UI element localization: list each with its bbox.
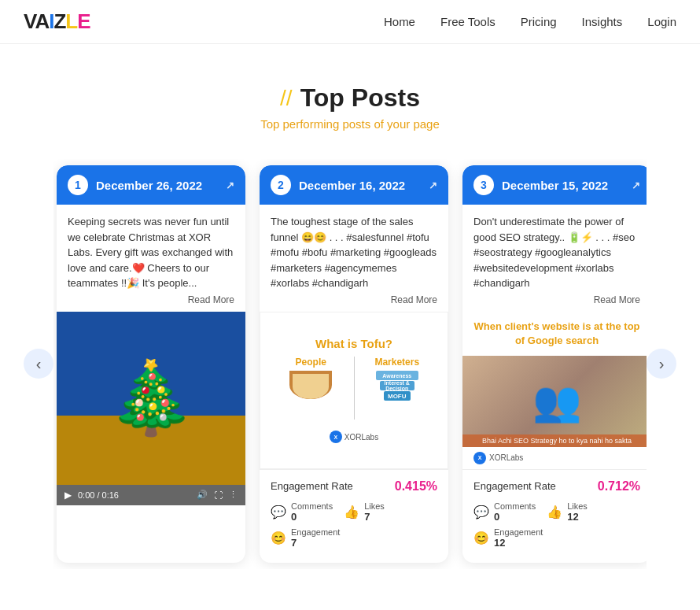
engagement-rate-label-3: Engagement Rate — [473, 480, 556, 492]
card-header-2: 2 December 16, 2022 ↗ — [260, 165, 448, 205]
nav-insights[interactable]: Insights — [582, 15, 623, 28]
engagement-rate-label-2: Engagement Rate — [271, 480, 353, 492]
read-more-1[interactable]: Read More — [57, 291, 245, 312]
xorlabs-text-2: XORLabs — [344, 433, 378, 442]
likes-stat-2: 👍 Likes 7 — [344, 501, 391, 523]
comments-stat-3: 💬 Comments 0 — [473, 501, 536, 523]
nav-free-tools[interactable]: Free Tools — [440, 15, 496, 28]
funnel-interest: Interest &Decision — [380, 381, 414, 390]
funnel-mofu: MOFU — [384, 391, 411, 401]
read-more-2[interactable]: Read More — [260, 291, 448, 312]
comments-stat-2: 💬 Comments 0 — [271, 501, 333, 523]
likes-info-2: Likes 7 — [364, 501, 385, 523]
volume-icon[interactable]: 🔊 — [197, 490, 208, 500]
play-icon[interactable]: ▶ — [64, 490, 72, 501]
comments-value-3: 0 — [494, 511, 536, 523]
tofu-funnel: Awareness Interest &Decision MOFU — [376, 371, 418, 401]
external-link-icon-2[interactable]: ↗ — [429, 179, 437, 191]
nav-links: Home Free Tools Pricing Insights Login — [384, 15, 676, 28]
section-subtitle: Top performing posts of your page — [24, 117, 676, 131]
section-header: // Top Posts Top performing posts of you… — [24, 83, 676, 131]
engagement-info-3: Engagement 12 — [494, 527, 543, 549]
engagement-value-3: 12 — [494, 537, 543, 549]
card-body-3: Don't underestimate the power of good SE… — [462, 205, 647, 291]
rank-badge-1: 1 — [68, 175, 88, 195]
stats-row-3a: 💬 Comments 0 👍 Likes 12 — [473, 501, 640, 523]
video-controls-1: ▶ 0:00 / 0:16 🔊 ⛶ ⋮ — [57, 485, 245, 505]
stats-row-2b: 😊 Engagement 7 — [271, 527, 437, 549]
comments-info-3: Comments 0 — [494, 501, 536, 523]
video-time: 0:00 / 0:16 — [78, 490, 119, 500]
section-title: // Top Posts — [24, 83, 676, 113]
main-content: // Top Posts Top performing posts of you… — [0, 44, 700, 601]
likes-label-2: Likes — [364, 501, 385, 511]
engagement-label-3: Engagement — [494, 527, 543, 537]
engagement-section-3: Engagement Rate 0.712% 💬 Comments 0 — [462, 469, 647, 563]
rank-badge-2: 2 — [271, 175, 291, 195]
stats-row-2a: 💬 Comments 0 👍 Likes 7 — [271, 501, 437, 523]
post-card-3: 3 December 15, 2022 ↗ Don't underestimat… — [462, 165, 647, 563]
tofu-marketers-col: Marketers Awareness Interest &Decision M… — [355, 357, 440, 401]
tofu-people-label: People — [296, 357, 326, 368]
logo-yellow: L — [65, 9, 77, 34]
card-header-1: 1 December 26, 2022 ↗ — [57, 165, 245, 205]
comments-value-2: 0 — [291, 511, 333, 523]
comments-icon-2: 💬 — [271, 505, 286, 519]
card-image-1: 🎄 — [57, 312, 245, 485]
likes-info-3: Likes 12 — [567, 501, 588, 523]
google-caption: Bhai Achi SEO Strategy ho to kya nahi ho… — [462, 434, 647, 447]
comments-label-2: Comments — [291, 501, 333, 511]
logo: VAIZLE — [24, 9, 90, 34]
read-more-3[interactable]: Read More — [462, 291, 647, 312]
tofu-people-col: People — [268, 357, 354, 399]
engagement-info-2: Engagement 7 — [291, 527, 340, 549]
card-body-2: The toughest stage of the sales funnel 😄… — [260, 205, 448, 291]
tofu-cols: People Marketers Awareness Interest &Dec… — [268, 357, 440, 420]
likes-icon-3: 👍 — [547, 505, 562, 519]
settings-icon[interactable]: ⋮ — [229, 490, 238, 500]
card-body-1: Keeping secrets was never fun until we c… — [57, 205, 245, 291]
prev-arrow-button[interactable]: ‹ — [24, 349, 53, 379]
card-header-3: 3 December 15, 2022 ↗ — [462, 165, 647, 205]
xor-circle-icon-3: X — [473, 452, 486, 464]
engagement-icon-2: 😊 — [271, 531, 286, 545]
funnel-awareness: Awareness — [376, 371, 418, 380]
fullscreen-icon[interactable]: ⛶ — [214, 490, 223, 500]
xorlabs-logo-3: X XORLabs — [462, 447, 647, 469]
nav-home[interactable]: Home — [384, 15, 415, 28]
post-card-2: 2 December 16, 2022 ↗ The toughest stage… — [260, 165, 448, 563]
engagement-rate-value-2: 0.415% — [395, 479, 437, 494]
comments-info-2: Comments 0 — [291, 501, 333, 523]
card-image-2: What is Tofu? People Marketers Awareness… — [260, 312, 448, 469]
nav-pricing[interactable]: Pricing — [521, 15, 557, 28]
rank-badge-3: 3 — [473, 175, 494, 195]
xor-circle-icon-2: X — [330, 431, 342, 443]
google-img-photo: 👥 Bhai Achi SEO Strategy ho to kya nahi … — [462, 356, 647, 447]
comments-label-3: Comments — [494, 501, 536, 511]
logo-pink: E — [77, 9, 90, 34]
stats-row-3b: 😊 Engagement 12 — [473, 527, 640, 549]
engagement-label-2: Engagement — [291, 527, 340, 537]
external-link-icon-3[interactable]: ↗ — [632, 179, 640, 191]
engagement-icon-3: 😊 — [473, 531, 489, 545]
card-date-1: December 26, 2022 — [96, 179, 218, 192]
comments-icon-3: 💬 — [473, 505, 489, 519]
external-link-icon-1[interactable]: ↗ — [226, 179, 234, 191]
tofu-marketers-label: Marketers — [374, 357, 419, 368]
engagement-stat-3: 😊 Engagement 12 — [473, 527, 543, 549]
google-img-title: When client's website is at the top of G… — [462, 312, 647, 356]
engagement-rate-value-3: 0.712% — [598, 479, 640, 494]
likes-icon-2: 👍 — [344, 505, 359, 519]
logo-blue: I — [49, 9, 53, 34]
tofu-bowl — [289, 371, 332, 399]
engagement-stat-2: 😊 Engagement 7 — [271, 527, 340, 549]
nav-login[interactable]: Login — [647, 15, 676, 28]
xorlabs-logo-2: X XORLabs — [330, 431, 378, 443]
tofu-title: What is Tofu? — [315, 337, 392, 350]
post-card-1: 1 December 26, 2022 ↗ Keeping secrets wa… — [57, 165, 245, 563]
navbar: VAIZLE Home Free Tools Pricing Insights … — [0, 0, 700, 44]
title-slashes: // — [280, 86, 293, 111]
next-arrow-button[interactable]: › — [647, 349, 676, 379]
cards-container: 1 December 26, 2022 ↗ Keeping secrets wa… — [53, 159, 647, 569]
google-people-icon: 👥 — [532, 379, 581, 424]
